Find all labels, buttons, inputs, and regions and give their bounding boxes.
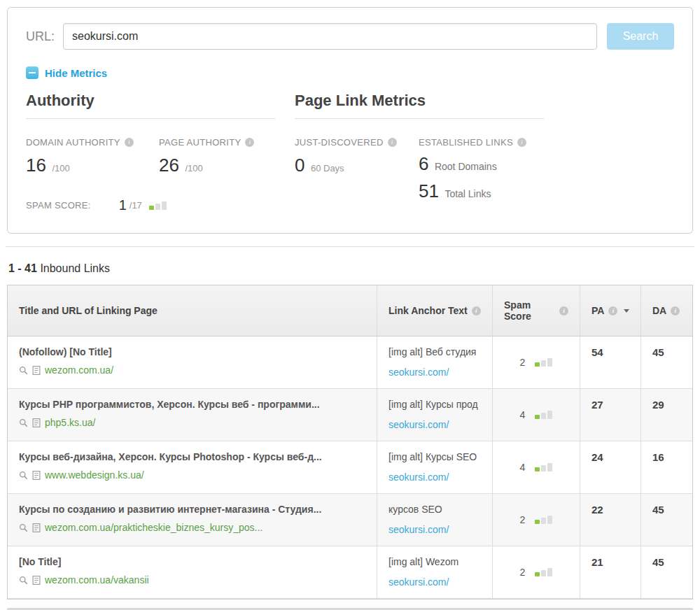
header-spam-score[interactable]: Spam Score [493,285,580,336]
authority-heading: Authority [26,92,275,119]
anchor-target-link[interactable]: seokursi.com/ [388,524,449,535]
established-links-label: ESTABLISHED LINKS [419,137,513,148]
info-icon[interactable] [559,306,568,315]
magnifier-icon[interactable] [19,576,28,585]
linking-page-url[interactable]: wezom.com.ua/prakticheskie_biznes_kursy_… [45,522,262,533]
linking-page-title: Курсы веб-дизайна, Херсон. Курсы Photosh… [19,451,365,462]
linking-page-url[interactable]: www.webdesign.ks.ua/ [45,469,144,481]
anchor-target-link[interactable]: seokursi.com/ [388,471,449,483]
spam-score-bars-icon [535,358,552,367]
page-metrics-icon[interactable] [32,523,41,532]
page-link-metrics-heading: Page Link Metrics [295,92,544,119]
linking-page-title: (Nofollow) [No Title] [19,346,365,357]
info-icon[interactable] [125,138,134,147]
just-discovered-metric: JUST-DISCOVERED 0 60 Days [295,137,419,202]
total-links-unit: Total Links [444,188,491,199]
magnifier-icon[interactable] [19,418,28,427]
domain-authority-metric: DOMAIN AUTHORITY 16 /100 [26,137,159,176]
linking-page-title: [No Title] [19,556,365,567]
search-button[interactable]: Search [607,23,674,50]
spam-score-value: 1 [119,197,127,213]
just-discovered-label: JUST-DISCOVERED [295,137,384,148]
page-metrics-icon[interactable] [32,471,41,480]
link-anchor-text: [img alt] Курсы прод [388,399,481,410]
spam-score-metric: SPAM SCORE: 1 /17 [26,197,275,213]
linking-page-url[interactable]: php5.ks.ua/ [45,417,95,428]
page: URL: Search Hide Metrics Authority DOMAI… [0,0,700,610]
anchor-target-link[interactable]: seokursi.com/ [388,419,449,430]
spam-score-max: /17 [130,200,142,211]
magnifier-icon[interactable] [19,523,28,532]
page-authority-label: PAGE AUTHORITY [159,137,241,148]
link-anchor-text: [img alt] Wezom [388,556,481,567]
row-da: 16 [641,441,692,493]
domain-authority-max: /100 [52,163,69,173]
info-icon[interactable] [472,306,481,315]
header-link-anchor-text[interactable]: Link Anchor Text [377,285,493,336]
url-input[interactable] [63,23,597,50]
page-authority-metric: PAGE AUTHORITY 26 /100 [159,137,275,176]
row-da: 45 [641,336,692,388]
row-da: 29 [641,389,692,441]
page-metrics-icon[interactable] [32,418,41,427]
page-metrics-icon[interactable] [32,576,41,585]
magnifier-icon[interactable] [19,366,28,375]
row-spam-score: 4 [520,409,526,420]
info-icon[interactable] [388,138,397,147]
table-row: Курсы веб-дизайна, Херсон. Курсы Photosh… [8,441,692,494]
metrics-panel: Authority DOMAIN AUTHORITY 16 /100 [26,92,674,213]
row-da: 45 [641,546,692,598]
linking-page-title: Курсы по созданию и развитию интернет-ма… [19,504,365,515]
row-da: 45 [641,494,692,546]
row-pa: 54 [580,336,641,388]
established-links-metric: ESTABLISHED LINKS 6 Root Domains 51 Tota… [419,137,544,202]
authority-section: Authority DOMAIN AUTHORITY 16 /100 [26,92,275,213]
page-authority-value: 26 [159,155,179,176]
hide-metrics-label: Hide Metrics [45,67,107,79]
header-title-and-url[interactable]: Title and URL of Linking Page [8,285,377,336]
row-spam-score: 4 [520,462,526,473]
just-discovered-unit: 60 Days [311,163,344,173]
spam-score-bars-icon [535,568,552,576]
row-pa: 22 [580,494,641,546]
spam-score-bars-icon [149,201,167,210]
results-range: 1 - 41 [8,262,37,274]
spam-score-bars-icon [535,463,552,471]
spam-score-label: SPAM SCORE: [26,200,91,211]
link-anchor-text: [img alt] Веб студия [388,346,481,357]
just-discovered-value: 0 [295,155,304,176]
table-row: Курсы PHP программистов, Херсон. Курсы в… [8,389,692,441]
info-icon[interactable] [517,138,526,147]
header-da[interactable]: DA [641,285,692,336]
info-icon[interactable] [608,306,617,315]
search-row: URL: Search [26,23,674,50]
domain-authority-value: 16 [26,155,46,176]
hide-metrics-toggle[interactable]: Hide Metrics [26,66,674,79]
total-links-value: 51 [419,180,439,201]
table-row: Курсы по созданию и развитию интернет-ма… [8,494,692,546]
row-spam-score: 2 [520,514,526,525]
linking-page-url[interactable]: wezom.com.ua/vakansii [45,574,149,586]
search-metrics-card: URL: Search Hide Metrics Authority DOMAI… [7,7,693,234]
root-domains-value: 6 [419,153,428,174]
url-label: URL: [26,29,55,44]
magnifier-icon[interactable] [19,471,28,480]
page-metrics-icon[interactable] [32,366,41,375]
linking-page-url[interactable]: wezom.com.ua/ [45,364,113,376]
results-label: Inbound Links [40,262,110,274]
header-pa[interactable]: PA [580,285,641,336]
linking-page-title: Курсы PHP программистов, Херсон. Курсы в… [19,399,365,410]
row-pa: 27 [580,389,641,441]
row-spam-score: 2 [520,357,526,368]
table-header-row: Title and URL of Linking Page Link Ancho… [8,285,692,336]
section-divider [6,246,694,247]
info-icon[interactable] [245,138,254,147]
row-pa: 21 [580,546,641,598]
anchor-target-link[interactable]: seokursi.com/ [388,367,449,378]
inbound-links-table: Title and URL of Linking Page Link Ancho… [7,285,693,600]
collapse-minus-icon [26,66,38,79]
link-anchor-text: [img alt] Курсы SEO [388,451,481,462]
anchor-target-link[interactable]: seokursi.com/ [388,576,449,588]
domain-authority-label: DOMAIN AUTHORITY [26,137,120,148]
info-icon[interactable] [671,306,680,315]
